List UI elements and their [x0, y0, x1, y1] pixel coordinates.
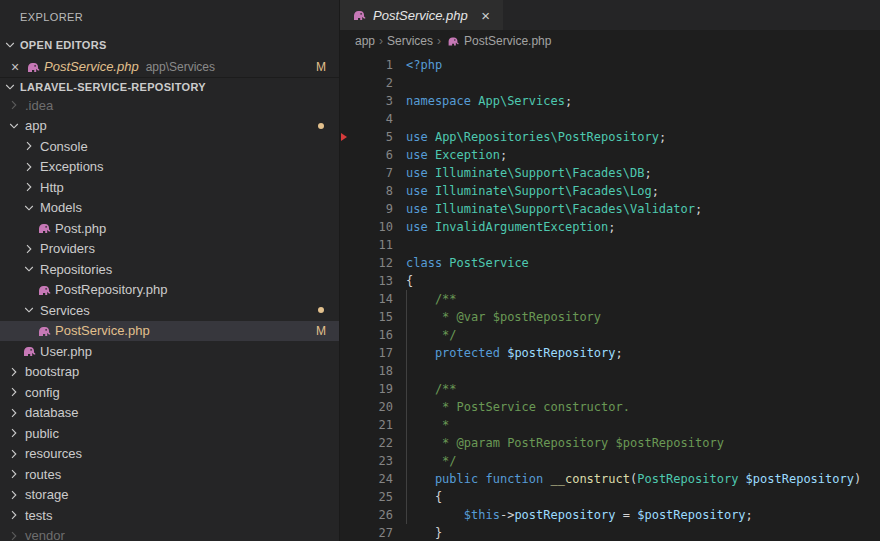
tree-folder-database[interactable]: database	[0, 403, 339, 424]
code-line-23[interactable]: 23 */	[340, 452, 880, 470]
code-line-25[interactable]: 25 {	[340, 488, 880, 506]
php-icon	[446, 34, 460, 48]
workspace-header[interactable]: LARAVEL-SERVICE-REPOSITORY	[0, 77, 339, 95]
line-number: 20	[352, 398, 393, 416]
tree-item-label: Services	[40, 303, 90, 318]
code-text	[393, 74, 406, 92]
code-text: class PostService	[393, 254, 529, 272]
tree-folder-tests[interactable]: tests	[0, 505, 339, 526]
tree-file-post-php[interactable]: Post.php	[0, 218, 339, 239]
tree-folder-routes[interactable]: routes	[0, 464, 339, 485]
tree-folder-config[interactable]: config	[0, 382, 339, 403]
code-line-20[interactable]: 20 * PostService constructor.	[340, 398, 880, 416]
code-line-12[interactable]: 12class PostService	[340, 254, 880, 272]
code-line-14[interactable]: 14 /**	[340, 290, 880, 308]
breadcrumb-item-app[interactable]: app	[355, 34, 375, 48]
tab-postservice-php[interactable]: PostService.php ×	[340, 0, 503, 30]
tree-folder-models[interactable]: Models	[0, 198, 339, 219]
tree-folder-vendor[interactable]: vendor	[0, 526, 339, 541]
glyph-margin	[340, 398, 352, 416]
code-line-24[interactable]: 24 public function __construct(PostRepos…	[340, 470, 880, 488]
tree-folder-idea[interactable]: .idea	[0, 95, 339, 116]
php-icon	[36, 323, 52, 339]
chevron-right-icon	[6, 405, 22, 421]
code-line-8[interactable]: 8use Illuminate\Support\Facades\Log;	[340, 182, 880, 200]
chevron-right-icon	[21, 241, 37, 257]
line-number: 9	[352, 200, 393, 218]
code-line-1[interactable]: 1<?php	[340, 56, 880, 74]
tree-folder-resources[interactable]: resources	[0, 444, 339, 465]
tree-folder-http[interactable]: Http	[0, 177, 339, 198]
tree-file-postservice-php[interactable]: PostService.phpM	[0, 321, 339, 342]
chevron-down-icon	[21, 200, 37, 216]
glyph-margin	[340, 110, 352, 128]
chevron-right-icon	[6, 487, 22, 503]
line-number: 3	[352, 92, 393, 110]
code-line-17[interactable]: 17 protected $postRepository;	[340, 344, 880, 362]
tree-file-user-php[interactable]: User.php	[0, 341, 339, 362]
code-line-18[interactable]: 18	[340, 362, 880, 380]
code-line-21[interactable]: 21 *	[340, 416, 880, 434]
code-line-11[interactable]: 11	[340, 236, 880, 254]
tree-item-label: bootstrap	[25, 364, 79, 379]
open-editors-label: OPEN EDITORS	[20, 39, 107, 51]
open-editors-header[interactable]: OPEN EDITORS	[0, 34, 339, 56]
tree-folder-providers[interactable]: Providers	[0, 239, 339, 260]
tree-folder-console[interactable]: Console	[0, 136, 339, 157]
code-text: * PostService constructor.	[393, 398, 630, 416]
tree-folder-public[interactable]: public	[0, 423, 339, 444]
tree-folder-bootstrap[interactable]: bootstrap	[0, 362, 339, 383]
code-line-13[interactable]: 13{	[340, 272, 880, 290]
tab-close-icon[interactable]: ×	[477, 7, 495, 24]
code-line-15[interactable]: 15 * @var $postRepository	[340, 308, 880, 326]
code-editor[interactable]: 1<?php23namespace App\Services;45use App…	[340, 52, 880, 541]
line-number: 25	[352, 488, 393, 506]
glyph-margin	[340, 470, 352, 488]
line-number: 2	[352, 74, 393, 92]
open-editor-item[interactable]: × PostService.php app\Services M	[0, 56, 339, 77]
code-line-19[interactable]: 19 /**	[340, 380, 880, 398]
code-text: /**	[393, 290, 457, 308]
glyph-margin	[340, 236, 352, 254]
tree-folder-repositories[interactable]: Repositories	[0, 259, 339, 280]
code-text	[393, 362, 406, 380]
tree-file-postrepository-php[interactable]: PostRepository.php	[0, 280, 339, 301]
tree-folder-app[interactable]: app	[0, 116, 339, 137]
code-text: $this->postRepository = $postRepository;	[393, 506, 753, 524]
chevron-right-icon	[6, 466, 22, 482]
tree-item-label: database	[25, 405, 79, 420]
tab-bar: PostService.php ×	[340, 0, 880, 30]
code-line-4[interactable]: 4	[340, 110, 880, 128]
line-number: 26	[352, 506, 393, 524]
code-line-3[interactable]: 3namespace App\Services;	[340, 92, 880, 110]
php-icon	[25, 59, 41, 75]
chevron-right-icon	[6, 446, 22, 462]
breadcrumb-item-postservice-php[interactable]: PostService.php	[445, 33, 551, 49]
chevron-right-icon	[6, 364, 22, 380]
line-number: 4	[352, 110, 393, 128]
code-line-9[interactable]: 9use Illuminate\Support\Facades\Validato…	[340, 200, 880, 218]
line-number: 12	[352, 254, 393, 272]
tree-folder-services[interactable]: Services	[0, 300, 339, 321]
glyph-margin	[340, 272, 352, 290]
code-line-27[interactable]: 27 }	[340, 524, 880, 541]
code-line-5[interactable]: 5use App\Repositories\PostRepository;	[340, 128, 880, 146]
tree-folder-exceptions[interactable]: Exceptions	[0, 157, 339, 178]
code-line-22[interactable]: 22 * @param PostRepository $postReposito…	[340, 434, 880, 452]
code-line-10[interactable]: 10use InvalidArgumentException;	[340, 218, 880, 236]
modified-badge: M	[316, 324, 326, 338]
code-line-26[interactable]: 26 $this->postRepository = $postReposito…	[340, 506, 880, 524]
code-line-7[interactable]: 7use Illuminate\Support\Facades\DB;	[340, 164, 880, 182]
breadcrumb-separator: ›	[379, 34, 383, 48]
close-icon[interactable]: ×	[7, 59, 23, 75]
line-number: 11	[352, 236, 393, 254]
line-number: 14	[352, 290, 393, 308]
modified-dot-badge	[318, 307, 324, 313]
breadcrumb-label: app	[355, 34, 375, 48]
code-line-16[interactable]: 16 */	[340, 326, 880, 344]
code-line-2[interactable]: 2	[340, 74, 880, 92]
code-line-6[interactable]: 6use Exception;	[340, 146, 880, 164]
breadcrumb-item-services[interactable]: Services	[387, 34, 433, 48]
tree-folder-storage[interactable]: storage	[0, 485, 339, 506]
php-icon	[36, 282, 52, 298]
